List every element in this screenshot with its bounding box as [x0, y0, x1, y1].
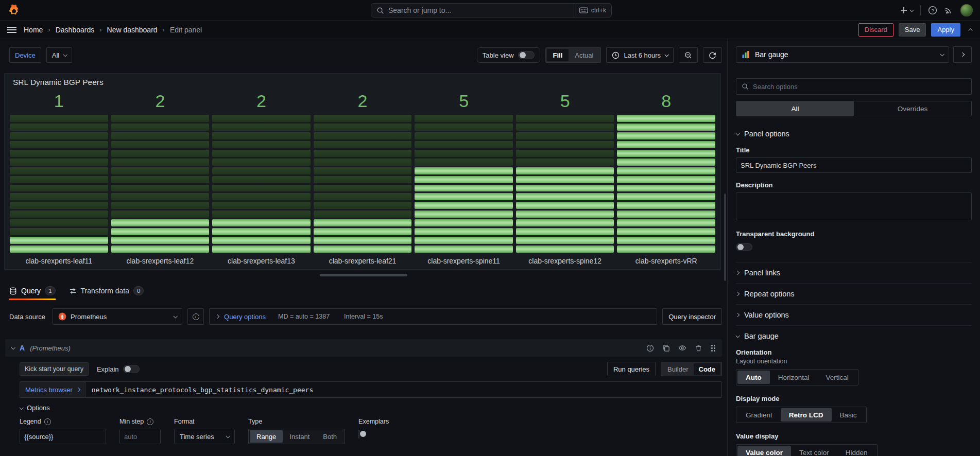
variable-device-value-dropdown[interactable]: All — [46, 47, 72, 63]
delete-query-trash-icon[interactable] — [695, 344, 702, 352]
lcd-cell-lit — [617, 150, 715, 157]
lcd-cell-lit — [415, 202, 513, 209]
menu-icon[interactable] — [7, 27, 16, 33]
actual-option[interactable]: Actual — [569, 49, 599, 61]
type-range-option[interactable]: Range — [250, 430, 283, 443]
display-retro-lcd-option[interactable]: Retro LCD — [781, 408, 832, 422]
orientation-auto-option[interactable]: Auto — [737, 371, 770, 384]
editor-resize-handle[interactable] — [320, 274, 407, 276]
left-pane-scrollbar[interactable] — [724, 194, 726, 281]
panel-view-toolbar: Device All Table view Fill Actual — [9, 47, 722, 63]
lcd-cell-unlit — [111, 124, 210, 131]
display-gradient-option[interactable]: Gradient — [737, 408, 781, 422]
builder-option[interactable]: Builder — [662, 363, 693, 375]
table-view-toggle[interactable]: Table view — [477, 47, 540, 63]
explain-switch[interactable] — [123, 365, 140, 373]
save-button[interactable]: Save — [899, 23, 926, 37]
transparent-background-switch[interactable] — [736, 243, 752, 251]
collapse-sidebar-button[interactable] — [953, 46, 972, 63]
text-color-option[interactable]: Text color — [791, 446, 837, 456]
discard-button[interactable]: Discard — [858, 23, 893, 37]
refresh-button[interactable] — [703, 47, 722, 63]
lcd-cell-unlit — [314, 211, 412, 218]
chevron-down-icon[interactable] — [11, 345, 15, 349]
lcd-cell-unlit — [10, 150, 108, 157]
format-select[interactable]: Time series — [174, 429, 235, 444]
time-range-picker[interactable]: Last 6 hours — [606, 47, 674, 63]
description-label: Description — [736, 181, 972, 189]
lcd-cell-unlit — [111, 150, 210, 157]
lcd-cell-unlit — [415, 132, 513, 139]
value-color-option[interactable]: Value color — [737, 446, 791, 456]
type-instant-option[interactable]: Instant — [283, 430, 316, 443]
breadcrumb-home[interactable]: Home — [24, 26, 43, 34]
breadcrumb-dashboards[interactable]: Dashboards — [56, 26, 95, 34]
user-avatar[interactable] — [960, 4, 973, 16]
query-help-icon[interactable] — [646, 344, 654, 352]
kick-start-query-button[interactable]: Kick start your query — [20, 362, 89, 376]
search-bar[interactable]: Search or jump to... ctrl+k — [371, 3, 612, 17]
lcd-cell-unlit — [10, 132, 108, 139]
options-search-input[interactable]: Search options — [736, 78, 972, 95]
lcd-cell-lit — [617, 159, 715, 166]
min-step-input[interactable] — [119, 429, 161, 444]
orientation-vertical-option[interactable]: Vertical — [818, 371, 857, 384]
gauge-column: 5 clab-srexperts-spine12 — [516, 88, 614, 266]
lcd-cell-unlit — [212, 150, 311, 157]
breadcrumb-new-dashboard[interactable]: New dashboard — [107, 26, 158, 34]
news-rss-button[interactable] — [944, 6, 953, 14]
code-option[interactable]: Code — [694, 363, 721, 375]
repeat-options-section[interactable]: Repeat options — [736, 283, 972, 304]
fill-option[interactable]: Fill — [547, 49, 569, 61]
lcd-cell-lit — [314, 237, 412, 244]
gauge-value: 2 — [314, 88, 412, 115]
lcd-cell-unlit — [10, 159, 108, 166]
variable-device-label[interactable]: Device — [9, 47, 41, 63]
lcd-cell-lit — [617, 141, 715, 148]
options-section-toggle[interactable]: Options — [20, 404, 722, 412]
legend-input[interactable] — [20, 429, 106, 444]
panel-title-input[interactable] — [736, 157, 972, 173]
value-options-section[interactable]: Value options — [736, 304, 972, 325]
info-icon: i — [193, 313, 199, 320]
lcd-cell-lit — [516, 211, 614, 218]
hide-query-eye-icon[interactable] — [678, 344, 686, 352]
metrics-browser-button[interactable]: Metrics browser — [20, 381, 85, 398]
datasource-picker[interactable]: Prometheus — [53, 308, 182, 325]
tab-query[interactable]: Query 1 — [9, 286, 56, 300]
collapse-options-pane-button[interactable] — [970, 28, 973, 31]
panel-links-section[interactable]: Panel links — [736, 262, 972, 283]
query-options-link[interactable]: Query options — [224, 313, 266, 321]
query-row-header[interactable]: A (Prometheus) — [5, 339, 722, 357]
hidden-option[interactable]: Hidden — [837, 446, 876, 456]
drag-query-handle-icon[interactable] — [711, 344, 716, 352]
datasource-help-button[interactable]: i — [187, 308, 204, 325]
prometheus-icon — [58, 312, 66, 321]
apply-button[interactable]: Apply — [931, 23, 960, 37]
tab-transform-data[interactable]: Transform data 0 — [69, 286, 144, 300]
panel-options-header[interactable]: Panel options — [736, 130, 972, 138]
bar-gauge-options-header[interactable]: Bar gauge — [736, 332, 972, 340]
type-both-option[interactable]: Both — [316, 430, 343, 443]
panel-description-textarea[interactable] — [736, 192, 972, 220]
display-basic-option[interactable]: Basic — [832, 408, 865, 422]
tab-overrides[interactable]: Overrides — [854, 101, 971, 116]
exemplars-switch[interactable] — [358, 430, 359, 439]
zoom-out-time-button[interactable] — [679, 47, 698, 63]
tab-all[interactable]: All — [736, 101, 854, 116]
orientation-horizontal-option[interactable]: Horizontal — [770, 371, 818, 384]
run-queries-button[interactable]: Run queries — [607, 362, 656, 376]
lcd-cell-unlit — [212, 176, 311, 183]
query-inspector-button[interactable]: Query inspector — [662, 308, 722, 325]
lcd-cell-lit — [111, 228, 210, 235]
duplicate-query-icon[interactable] — [662, 344, 670, 352]
lcd-cell-lit — [415, 237, 513, 244]
visualization-picker[interactable]: Bar gauge — [736, 46, 949, 63]
table-view-switch[interactable] — [518, 51, 535, 59]
help-button[interactable]: ? — [928, 6, 937, 15]
lcd-cell-unlit — [10, 124, 108, 131]
lcd-cell-unlit — [10, 193, 108, 200]
grafana-logo-icon[interactable] — [7, 4, 20, 16]
add-button[interactable] — [900, 6, 913, 14]
promql-expression-input[interactable]: network_instance_protocols_bgp_statistic… — [85, 381, 722, 398]
